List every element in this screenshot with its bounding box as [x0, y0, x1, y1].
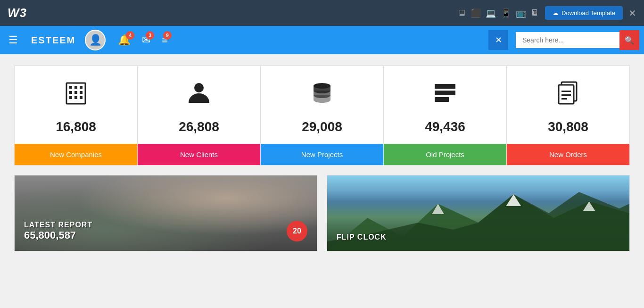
tasks-button[interactable]: ≡ 9 [162, 34, 168, 46]
avatar: 👤 [85, 30, 106, 50]
latest-report-image: LATEST REPORT 65,800,587 20 [15, 175, 317, 251]
copy-icon [555, 80, 581, 112]
stat-card-new-projects: 29,008 New Projects [261, 66, 384, 165]
report-badge: 20 [287, 221, 307, 241]
monitor-icon[interactable]: 🖥 [457, 8, 466, 18]
main-content: 16,808 New Companies 26,808 New Clients [0, 54, 644, 263]
stat-label-new-companies: New Companies [15, 144, 137, 165]
download-template-button[interactable]: ☁ Download Template [545, 6, 623, 20]
stat-label-old-projects: Old Projects [384, 144, 506, 165]
stat-card-new-orders: 30,808 New Orders [507, 66, 629, 165]
stat-number-new-orders: 30,808 [548, 119, 588, 134]
messages-button[interactable]: ✉ 3 [142, 34, 150, 46]
flip-clock-panel: FLIP CLOCK [327, 175, 630, 251]
stat-card-old-projects: 49,436 Old Projects [384, 66, 507, 165]
svg-rect-8 [74, 96, 77, 99]
latest-report-title: LATEST REPORT [24, 221, 307, 229]
stat-cards: 16,808 New Companies 26,808 New Clients [14, 66, 630, 166]
nav-brand: ESTEEM [31, 35, 75, 46]
stat-label-new-clients: New Clients [138, 144, 260, 165]
latest-report-number: 65,800,587 [24, 229, 307, 241]
svg-rect-9 [80, 96, 83, 99]
tasks-badge: 9 [163, 31, 172, 40]
svg-rect-13 [435, 91, 455, 95]
bottom-section: LATEST REPORT 65,800,587 20 [14, 175, 630, 251]
nav-bar: ☰ ESTEEM 👤 🔔 4 ✉ 3 ≡ 9 ✕ 🔍 [0, 26, 644, 54]
nav-icons: 🔔 4 ✉ 3 ≡ 9 [118, 34, 168, 46]
tv-icon[interactable]: 📺 [516, 8, 526, 18]
stat-card-new-clients: 26,808 New Clients [138, 66, 261, 165]
stat-number-new-projects: 29,008 [302, 119, 342, 134]
building-icon [63, 80, 89, 112]
latest-report-panel: LATEST REPORT 65,800,587 20 [14, 175, 317, 251]
stat-number-new-companies: 16,808 [56, 119, 96, 134]
notification-bell[interactable]: 🔔 4 [118, 34, 131, 46]
svg-rect-12 [435, 84, 455, 89]
flip-clock-image: FLIP CLOCK [327, 175, 629, 251]
close-button[interactable]: ✕ [628, 8, 636, 19]
flip-clock-title: FLIP CLOCK [337, 233, 620, 241]
person-icon [186, 80, 212, 112]
svg-rect-19 [561, 98, 567, 100]
mobile-icon[interactable]: 📱 [501, 8, 511, 18]
svg-rect-1 [69, 86, 72, 89]
tablet-icon[interactable]: ⬛ [471, 8, 481, 18]
laptop-icon[interactable]: 💻 [486, 8, 496, 18]
stat-label-new-orders: New Orders [507, 144, 629, 165]
list-icon [432, 80, 458, 112]
svg-rect-4 [69, 91, 72, 94]
messages-badge: 3 [146, 31, 154, 40]
device-icons: 🖥 ⬛ 💻 📱 📺 🖩 [457, 8, 539, 18]
search-bar: 🔍 [516, 30, 639, 50]
stat-label-new-projects: New Projects [261, 144, 383, 165]
notification-badge: 4 [126, 31, 134, 40]
top-bar: W3 🖥 ⬛ 💻 📱 📺 🖩 ☁ Download Template ✕ [0, 0, 644, 26]
logo: W3 [8, 6, 27, 20]
hamburger-button[interactable]: ☰ [5, 34, 22, 46]
svg-rect-17 [561, 91, 571, 92]
svg-rect-3 [80, 86, 83, 89]
nav-close-button[interactable]: ✕ [488, 30, 508, 50]
calculator-icon[interactable]: 🖩 [531, 8, 539, 18]
search-button[interactable]: 🔍 [619, 30, 639, 50]
stat-number-old-projects: 49,436 [425, 119, 465, 134]
svg-rect-14 [435, 97, 449, 102]
download-icon: ☁ [553, 9, 559, 17]
svg-rect-7 [69, 96, 72, 99]
stat-card-new-companies: 16,808 New Companies [15, 66, 138, 165]
search-input[interactable] [516, 32, 619, 48]
svg-point-10 [194, 83, 204, 92]
database-icon [309, 80, 335, 112]
stat-number-new-clients: 26,808 [179, 119, 219, 134]
svg-rect-5 [74, 91, 77, 94]
top-bar-right: 🖥 ⬛ 💻 📱 📺 🖩 ☁ Download Template ✕ [457, 6, 636, 20]
svg-rect-6 [80, 91, 83, 94]
svg-rect-18 [561, 94, 571, 96]
svg-rect-2 [74, 86, 77, 89]
